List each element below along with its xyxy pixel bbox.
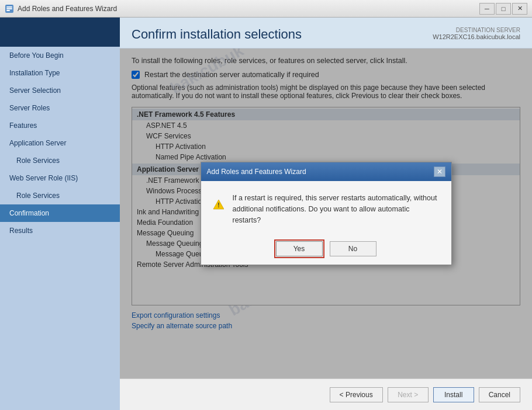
svg-rect-2 — [6, 8, 12, 9]
title-bar: Add Roles and Features Wizard ─ □ ✕ — [0, 0, 532, 18]
destination-server-name: W12R2EXC16.bakicubuk.local — [433, 33, 520, 40]
modal-no-button[interactable]: No — [330, 241, 376, 256]
content-area: Confirm installation selections DESTINAT… — [120, 18, 532, 410]
page-body: bakıcubuk bakıcubuk bakıcubuk bakıcubuk … — [120, 48, 532, 378]
minimize-button[interactable]: ─ — [479, 3, 495, 15]
warning-icon: ! — [213, 193, 224, 216]
modal-body: ! If a restart is required, this server … — [201, 181, 451, 235]
svg-rect-3 — [6, 10, 10, 11]
modal-title: Add Roles and Features Wizard — [207, 168, 306, 176]
bottom-bar: < Previous Next > Install Cancel — [120, 378, 532, 410]
modal-message: If a restart is required, this server re… — [232, 193, 439, 225]
install-button[interactable]: Install — [433, 387, 474, 402]
sidebar-nav: Before You Begin Installation Type Serve… — [0, 47, 120, 239]
sidebar-item-application-server[interactable]: Application Server — [0, 134, 120, 152]
sidebar-item-web-server-role[interactable]: Web Server Role (IIS) — [0, 169, 120, 187]
window-title: Add Roles and Features Wizard — [18, 5, 117, 13]
modal-dialog: Add Roles and Features Wizard ✕ ! If a r… — [201, 162, 452, 265]
sidebar-header — [0, 18, 120, 47]
modal-close-button[interactable]: ✕ — [434, 166, 445, 177]
svg-rect-1 — [6, 6, 12, 8]
page-title: Confirm installation selections — [132, 27, 302, 42]
sidebar-item-server-roles[interactable]: Server Roles — [0, 99, 120, 117]
sidebar-item-server-selection[interactable]: Server Selection — [0, 82, 120, 99]
sidebar-item-before-you-begin[interactable]: Before You Begin — [0, 47, 120, 64]
app-icon — [5, 4, 14, 13]
sidebar-item-results[interactable]: Results — [0, 222, 120, 239]
modal-overlay: Add Roles and Features Wizard ✕ ! If a r… — [120, 48, 532, 378]
page-header: Confirm installation selections DESTINAT… — [120, 18, 532, 48]
sidebar-item-role-services-2[interactable]: Role Services — [0, 187, 120, 204]
title-bar-left: Add Roles and Features Wizard — [5, 4, 117, 13]
destination-server-info: DESTINATION SERVER W12R2EXC16.bakicubuk.… — [433, 27, 520, 40]
close-button[interactable]: ✕ — [512, 3, 527, 15]
sidebar-item-confirmation[interactable]: Confirmation — [0, 204, 120, 222]
previous-button[interactable]: < Previous — [330, 387, 383, 402]
modal-yes-button[interactable]: Yes — [276, 241, 323, 256]
modal-footer: Yes No — [201, 235, 451, 265]
destination-label: DESTINATION SERVER — [433, 27, 520, 33]
main-container: Before You Begin Installation Type Serve… — [0, 18, 532, 410]
sidebar: Before You Begin Installation Type Serve… — [0, 18, 120, 410]
modal-titlebar: Add Roles and Features Wizard ✕ — [201, 162, 451, 181]
svg-text:!: ! — [217, 202, 219, 209]
cancel-button[interactable]: Cancel — [479, 387, 520, 402]
next-button[interactable]: Next > — [388, 387, 429, 402]
sidebar-item-installation-type[interactable]: Installation Type — [0, 64, 120, 82]
title-bar-controls: ─ □ ✕ — [479, 3, 527, 15]
maximize-button[interactable]: □ — [496, 3, 511, 15]
sidebar-item-features[interactable]: Features — [0, 117, 120, 134]
sidebar-item-role-services-1[interactable]: Role Services — [0, 152, 120, 169]
